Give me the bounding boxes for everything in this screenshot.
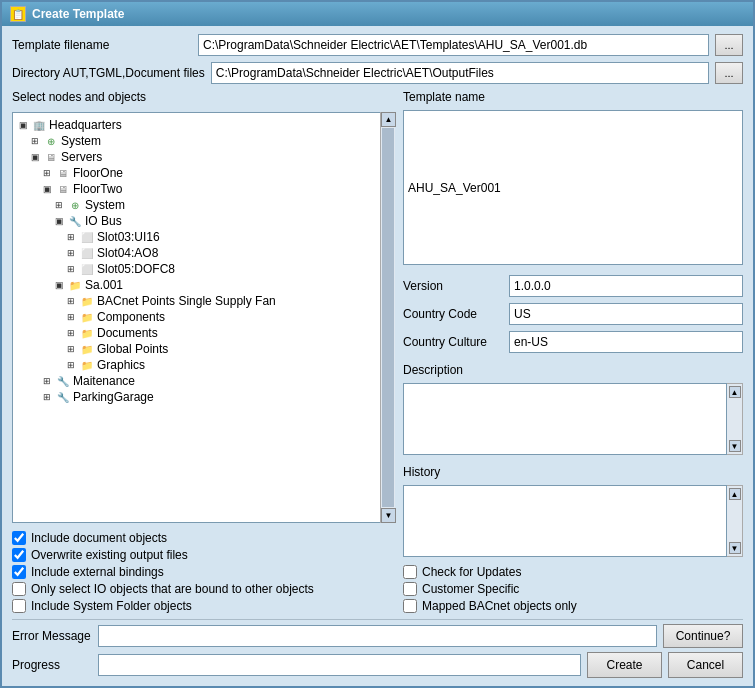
description-scroll-down[interactable]: ▼: [729, 440, 741, 452]
tree-label-hq: Headquarters: [49, 118, 122, 132]
scroll-thumb[interactable]: [382, 128, 394, 507]
expand-icon-components: ⊞: [65, 311, 77, 323]
only-select-io-label: Only select IO objects that are bound to…: [31, 582, 314, 596]
tree-label-floorone: FloorOne: [73, 166, 123, 180]
tree-item-servers[interactable]: ▣ 🖥 Servers: [29, 149, 376, 165]
tree-item-parkinggarage[interactable]: ⊞ 🔧 ParkingGarage: [41, 389, 376, 405]
cancel-button[interactable]: Cancel: [668, 652, 743, 678]
template-filename-input[interactable]: [198, 34, 709, 56]
tree-label-graphics: Graphics: [97, 358, 145, 372]
documents-icon: 📁: [79, 326, 95, 340]
template-filename-label: Template filename: [12, 38, 192, 52]
servers-icon: 🖥: [43, 150, 59, 164]
history-area: ▲ ▼: [403, 485, 743, 557]
iobus-icon: 🔧: [67, 214, 83, 228]
window-icon: 📋: [10, 6, 26, 22]
error-message-row: Error Message Continue?: [12, 624, 743, 648]
tree-label-system2: System: [85, 198, 125, 212]
mapped-bacnet-checkbox[interactable]: [403, 599, 417, 613]
expand-icon-parkinggarage: ⊞: [41, 391, 53, 403]
tree-label-globalpoints: Global Points: [97, 342, 168, 356]
checkbox-row-check-updates: Check for Updates: [403, 565, 743, 579]
select-nodes-label: Select nodes and objects: [12, 90, 395, 104]
include-system-folder-checkbox[interactable]: [12, 599, 26, 613]
tree-item-slot03[interactable]: ⊞ ⬜ Slot03:UI16: [65, 229, 376, 245]
version-input[interactable]: [509, 275, 743, 297]
tree-item-floortwo[interactable]: ▣ 🖥 FloorTwo: [41, 181, 376, 197]
include-docs-label: Include document objects: [31, 531, 167, 545]
tree-item-sa001[interactable]: ▣ 📁 Sa.001: [53, 277, 376, 293]
tree-item-system1[interactable]: ⊞ ⊕ System: [29, 133, 376, 149]
template-name-section-label: Template name: [403, 90, 743, 104]
country-code-input[interactable]: [509, 303, 743, 325]
expand-icon-system2: ⊞: [53, 199, 65, 211]
slot03-icon: ⬜: [79, 230, 95, 244]
description-textarea[interactable]: [403, 383, 727, 455]
tree-item-system2[interactable]: ⊞ ⊕ System: [53, 197, 376, 213]
mapped-bacnet-label: Mapped BACnet objects only: [422, 599, 577, 613]
check-for-updates-checkbox[interactable]: [403, 565, 417, 579]
slot05-icon: ⬜: [79, 262, 95, 276]
sa001-icon: 📁: [67, 278, 83, 292]
tree-label-iobus: IO Bus: [85, 214, 122, 228]
tree-label-slot04: Slot04:AO8: [97, 246, 158, 260]
tree-item-slot05[interactable]: ⊞ ⬜ Slot05:DOFC8: [65, 261, 376, 277]
tree-label-components: Components: [97, 310, 165, 324]
template-name-input[interactable]: [403, 110, 743, 265]
left-panel: Select nodes and objects ▣ 🏢 Headquarter…: [12, 90, 395, 613]
tree-item-hq[interactable]: ▣ 🏢 Headquarters: [17, 117, 376, 133]
country-culture-input[interactable]: [509, 331, 743, 353]
include-docs-checkbox[interactable]: [12, 531, 26, 545]
tree-item-maitenance[interactable]: ⊞ 🔧 Maitenance: [41, 373, 376, 389]
expand-icon-sa001: ▣: [53, 279, 65, 291]
checkbox-row-include-system-folder: Include System Folder objects: [12, 599, 395, 613]
tree-item-documents[interactable]: ⊞ 📁 Documents: [65, 325, 376, 341]
template-filename-browse-button[interactable]: ...: [715, 34, 743, 56]
directory-label: Directory AUT,TGML,Document files: [12, 66, 205, 80]
tree-item-iobus[interactable]: ▣ 🔧 IO Bus: [53, 213, 376, 229]
directory-browse-button[interactable]: ...: [715, 62, 743, 84]
tree-label-system1: System: [61, 134, 101, 148]
country-culture-row: Country Culture: [403, 331, 743, 353]
content-area: Template filename ... Directory AUT,TGML…: [2, 26, 753, 686]
bottom-section: Error Message Continue? Progress Create …: [12, 619, 743, 678]
history-scrollbar[interactable]: ▲ ▼: [727, 485, 743, 557]
continue-button[interactable]: Continue?: [663, 624, 743, 648]
tree-item-globalpoints[interactable]: ⊞ 📁 Global Points: [65, 341, 376, 357]
right-checkboxes: Check for Updates Customer Specific Mapp…: [403, 565, 743, 613]
tree-item-floorone[interactable]: ⊞ 🖥 FloorOne: [41, 165, 376, 181]
tree-item-bacnet[interactable]: ⊞ 📁 BACnet Points Single Supply Fan: [65, 293, 376, 309]
description-label: Description: [403, 363, 743, 377]
customer-specific-checkbox[interactable]: [403, 582, 417, 596]
tree-item-graphics[interactable]: ⊞ 📁 Graphics: [65, 357, 376, 373]
components-icon: 📁: [79, 310, 95, 324]
directory-input[interactable]: [211, 62, 709, 84]
scroll-up-arrow[interactable]: ▲: [381, 112, 396, 127]
tree-item-components[interactable]: ⊞ 📁 Components: [65, 309, 376, 325]
history-scroll-up[interactable]: ▲: [729, 488, 741, 500]
tree-container[interactable]: ▣ 🏢 Headquarters ⊞ ⊕ System ▣: [12, 112, 395, 523]
check-for-updates-label: Check for Updates: [422, 565, 521, 579]
hq-icon: 🏢: [31, 118, 47, 132]
system1-icon: ⊕: [43, 134, 59, 148]
error-message-input[interactable]: [98, 625, 657, 647]
checkbox-row-include-external: Include external bindings: [12, 565, 395, 579]
create-button[interactable]: Create: [587, 652, 662, 678]
scroll-down-arrow[interactable]: ▼: [381, 508, 396, 523]
history-scroll-down[interactable]: ▼: [729, 542, 741, 554]
checkbox-row-only-select-io: Only select IO objects that are bound to…: [12, 582, 395, 596]
overwrite-label: Overwrite existing output files: [31, 548, 188, 562]
tree-label-floortwo: FloorTwo: [73, 182, 122, 196]
tree-scrollbar[interactable]: ▲ ▼: [380, 112, 395, 523]
description-scroll-up[interactable]: ▲: [729, 386, 741, 398]
main-window: 📋 Create Template Template filename ... …: [0, 0, 755, 688]
only-select-io-checkbox[interactable]: [12, 582, 26, 596]
include-external-checkbox[interactable]: [12, 565, 26, 579]
history-textarea[interactable]: [403, 485, 727, 557]
progress-row: Progress Create Cancel: [12, 652, 743, 678]
description-scrollbar[interactable]: ▲ ▼: [727, 383, 743, 455]
tree-item-slot04[interactable]: ⊞ ⬜ Slot04:AO8: [65, 245, 376, 261]
checkbox-row-overwrite: Overwrite existing output files: [12, 548, 395, 562]
overwrite-checkbox[interactable]: [12, 548, 26, 562]
graphics-icon: 📁: [79, 358, 95, 372]
